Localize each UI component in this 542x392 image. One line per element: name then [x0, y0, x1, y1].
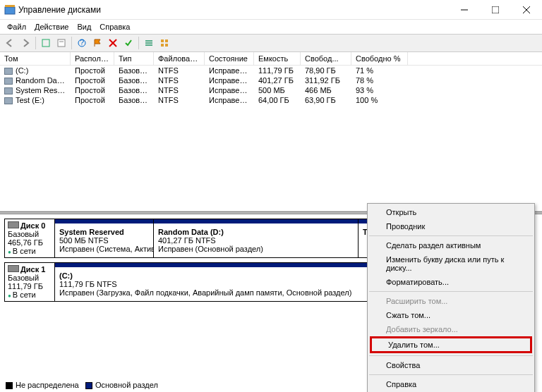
svg-rect-1 [5, 5, 15, 7]
svg-rect-18 [161, 44, 164, 47]
col-layout[interactable]: Располо... [71, 52, 114, 65]
menu-separator [369, 374, 533, 375]
forward-icon[interactable] [18, 36, 32, 50]
list-icon[interactable] [142, 36, 156, 50]
svg-rect-3 [492, 6, 499, 13]
svg-rect-16 [161, 39, 164, 42]
col-type[interactable]: Тип [114, 52, 154, 65]
volume-row[interactable]: (C:)ПростойБазовыйNTFSИсправен...111,79 … [0, 66, 542, 75]
menu-separator [369, 235, 533, 236]
menu-item[interactable]: Форматировать... [368, 275, 534, 289]
window-title: Управление дисками [18, 5, 449, 15]
col-volume[interactable]: Том [0, 52, 71, 65]
menubar: Файл Действие Вид Справка [0, 20, 542, 34]
menu-view[interactable]: Вид [73, 21, 95, 32]
volume-row[interactable]: System ReservedПростойБазовыйNTFSИсправе… [0, 85, 542, 95]
volume-list: Том Располо... Тип Файловая с... Состоян… [0, 52, 542, 212]
legend: Не распределена Основной раздел [6, 381, 158, 389]
menu-item[interactable]: Открыть [368, 205, 534, 219]
help-icon[interactable]: ? [75, 36, 89, 50]
check-icon[interactable] [121, 36, 136, 50]
menu-file[interactable]: Файл [3, 21, 30, 32]
app-icon [4, 4, 16, 16]
menu-item-delete-volume[interactable]: Удалить том... [370, 336, 532, 353]
svg-rect-14 [145, 42, 152, 44]
close-button[interactable] [511, 0, 542, 20]
volume-header: Том Располо... Тип Файловая с... Состоян… [0, 52, 542, 66]
svg-rect-15 [145, 44, 152, 46]
col-fs[interactable]: Файловая с... [154, 52, 205, 65]
legend-primary: Основной раздел [95, 381, 158, 389]
menu-item[interactable]: Свойства [368, 358, 534, 372]
svg-text:?: ? [80, 38, 84, 47]
svg-rect-17 [165, 39, 168, 42]
partition[interactable]: System Reserved500 МБ NTFSИсправен (Сист… [55, 219, 154, 258]
col-free[interactable]: Свобод... [301, 52, 351, 65]
svg-rect-6 [42, 39, 49, 47]
svg-rect-7 [58, 39, 65, 47]
menu-separator [369, 291, 533, 292]
menu-separator [369, 355, 533, 356]
menu-help[interactable]: Справка [95, 21, 134, 32]
refresh-icon[interactable] [39, 36, 53, 50]
col-freepct[interactable]: Свободно % [351, 52, 408, 65]
svg-rect-19 [165, 44, 168, 47]
toolbar: ? [0, 34, 542, 52]
minimize-button[interactable] [449, 0, 480, 20]
properties-icon[interactable] [54, 36, 68, 50]
volume-row[interactable]: Random Data (D:)ПростойБазовыйNTFSИсправ… [0, 75, 542, 85]
flag-icon[interactable] [90, 36, 104, 50]
maximize-button[interactable] [480, 0, 511, 20]
menu-item[interactable]: Справка [368, 377, 534, 391]
disk-header[interactable]: Диск 0Базовый465,76 ГБВ сети [4, 219, 55, 258]
partition[interactable]: Random Data (D:)401,27 ГБ NTFSИсправен (… [154, 219, 359, 258]
back-icon[interactable] [3, 36, 17, 50]
delete-icon[interactable] [106, 36, 120, 50]
menu-item[interactable]: Сжать том... [368, 308, 534, 322]
menu-action[interactable]: Действие [30, 21, 73, 32]
col-status[interactable]: Состояние [205, 52, 254, 65]
volume-row[interactable]: Test (E:)ПростойБазовыйNTFSИсправен...64… [0, 95, 542, 105]
grid-icon[interactable] [157, 36, 171, 50]
legend-unalloc: Не распределена [16, 381, 79, 389]
menu-item: Расширить том... [368, 294, 534, 308]
svg-rect-13 [145, 40, 152, 42]
menu-item[interactable]: Проводник [368, 219, 534, 233]
svg-rect-0 [5, 7, 15, 14]
menu-item[interactable]: Изменить букву диска или путь к диску... [368, 252, 534, 275]
disk-header[interactable]: Диск 1Базовый111,79 ГБВ сети [4, 262, 55, 302]
menu-item: Добавить зеркало... [368, 322, 534, 336]
context-menu: ОткрытьПроводникСделать раздел активнымИ… [367, 203, 535, 392]
col-capacity[interactable]: Емкость [254, 52, 301, 65]
menu-item[interactable]: Сделать раздел активным [368, 238, 534, 252]
